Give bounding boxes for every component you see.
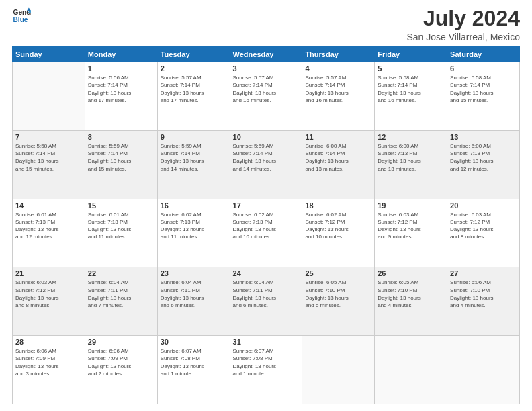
calendar-week-row: 28Sunrise: 6:06 AM Sunset: 7:09 PM Dayli…	[13, 336, 520, 404]
table-row	[447, 336, 520, 404]
cell-info: Sunrise: 5:59 AM Sunset: 7:14 PM Dayligh…	[233, 142, 300, 173]
cell-info: Sunrise: 5:58 AM Sunset: 7:14 PM Dayligh…	[378, 74, 444, 104]
table-row: 22Sunrise: 6:04 AM Sunset: 7:11 PM Dayli…	[85, 267, 157, 336]
table-row: 16Sunrise: 6:02 AM Sunset: 7:13 PM Dayli…	[157, 199, 230, 267]
table-row: 2Sunrise: 5:57 AM Sunset: 7:14 PM Daylig…	[157, 62, 230, 131]
table-row: 14Sunrise: 6:01 AM Sunset: 7:13 PM Dayli…	[13, 199, 85, 267]
cell-info: Sunrise: 6:05 AM Sunset: 7:10 PM Dayligh…	[305, 279, 371, 309]
table-row	[13, 62, 85, 131]
table-row: 21Sunrise: 6:03 AM Sunset: 7:12 PM Dayli…	[13, 267, 85, 336]
table-row: 20Sunrise: 6:03 AM Sunset: 7:12 PM Dayli…	[447, 199, 520, 267]
table-row: 13Sunrise: 6:00 AM Sunset: 7:13 PM Dayli…	[447, 130, 520, 199]
day-number: 7	[15, 133, 82, 141]
table-row: 11Sunrise: 6:00 AM Sunset: 7:14 PM Dayli…	[302, 130, 375, 199]
table-row: 24Sunrise: 6:04 AM Sunset: 7:11 PM Dayli…	[230, 267, 302, 336]
calendar-header-row: Sunday Monday Tuesday Wednesday Thursday…	[13, 47, 520, 62]
table-row: 8Sunrise: 5:59 AM Sunset: 7:14 PM Daylig…	[85, 130, 157, 199]
page: General Blue July 2024 San Jose Villarre…	[0, 0, 532, 411]
cell-info: Sunrise: 5:59 AM Sunset: 7:14 PM Dayligh…	[161, 142, 227, 173]
cell-info: Sunrise: 5:56 AM Sunset: 7:14 PM Dayligh…	[88, 74, 154, 104]
cell-info: Sunrise: 6:04 AM Sunset: 7:11 PM Dayligh…	[161, 279, 227, 309]
cell-info: Sunrise: 6:06 AM Sunset: 7:09 PM Dayligh…	[88, 347, 154, 377]
table-row: 28Sunrise: 6:06 AM Sunset: 7:09 PM Dayli…	[13, 336, 85, 404]
day-number: 11	[305, 133, 371, 141]
day-number: 17	[233, 201, 300, 210]
table-row: 17Sunrise: 6:02 AM Sunset: 7:13 PM Dayli…	[230, 199, 302, 267]
table-row: 26Sunrise: 6:05 AM Sunset: 7:10 PM Dayli…	[375, 267, 447, 336]
cell-info: Sunrise: 6:04 AM Sunset: 7:11 PM Dayligh…	[233, 279, 300, 309]
table-row	[302, 336, 375, 404]
cell-info: Sunrise: 6:04 AM Sunset: 7:11 PM Dayligh…	[88, 279, 154, 309]
calendar-week-row: 14Sunrise: 6:01 AM Sunset: 7:13 PM Dayli…	[13, 199, 520, 267]
cell-info: Sunrise: 6:05 AM Sunset: 7:10 PM Dayligh…	[378, 279, 444, 309]
table-row: 4Sunrise: 5:57 AM Sunset: 7:14 PM Daylig…	[302, 62, 375, 131]
day-number: 23	[161, 269, 227, 277]
table-row: 29Sunrise: 6:06 AM Sunset: 7:09 PM Dayli…	[85, 336, 157, 404]
day-number: 4	[305, 64, 371, 73]
table-row	[375, 336, 447, 404]
calendar-table: Sunday Monday Tuesday Wednesday Thursday…	[12, 46, 520, 404]
table-row: 3Sunrise: 5:57 AM Sunset: 7:14 PM Daylig…	[230, 62, 302, 131]
day-number: 10	[233, 133, 300, 141]
cell-info: Sunrise: 5:58 AM Sunset: 7:14 PM Dayligh…	[15, 142, 82, 173]
day-number: 12	[378, 133, 444, 141]
table-row: 12Sunrise: 6:00 AM Sunset: 7:13 PM Dayli…	[375, 130, 447, 199]
cell-info: Sunrise: 5:57 AM Sunset: 7:14 PM Dayligh…	[161, 74, 227, 104]
table-row: 30Sunrise: 6:07 AM Sunset: 7:08 PM Dayli…	[157, 336, 230, 404]
table-row: 18Sunrise: 6:02 AM Sunset: 7:12 PM Dayli…	[302, 199, 375, 267]
day-number: 16	[161, 201, 227, 210]
cell-info: Sunrise: 6:01 AM Sunset: 7:13 PM Dayligh…	[15, 211, 82, 241]
day-number: 29	[88, 338, 154, 346]
table-row: 9Sunrise: 5:59 AM Sunset: 7:14 PM Daylig…	[157, 130, 230, 199]
table-row: 5Sunrise: 5:58 AM Sunset: 7:14 PM Daylig…	[375, 62, 447, 131]
table-row: 10Sunrise: 5:59 AM Sunset: 7:14 PM Dayli…	[230, 130, 302, 199]
cell-info: Sunrise: 6:02 AM Sunset: 7:13 PM Dayligh…	[233, 211, 300, 241]
day-number: 5	[378, 64, 444, 73]
svg-text:Blue: Blue	[13, 16, 28, 24]
cell-info: Sunrise: 6:00 AM Sunset: 7:14 PM Dayligh…	[305, 142, 371, 173]
day-number: 27	[450, 269, 517, 277]
col-tuesday: Tuesday	[157, 47, 230, 62]
cell-info: Sunrise: 5:57 AM Sunset: 7:14 PM Dayligh…	[305, 74, 371, 104]
cell-info: Sunrise: 5:57 AM Sunset: 7:14 PM Dayligh…	[233, 74, 300, 104]
day-number: 25	[305, 269, 371, 277]
cell-info: Sunrise: 6:06 AM Sunset: 7:09 PM Dayligh…	[15, 347, 82, 377]
day-number: 26	[378, 269, 444, 277]
day-number: 8	[88, 133, 154, 141]
day-number: 20	[450, 201, 517, 210]
logo-icon: General Blue	[12, 7, 31, 26]
header: General Blue July 2024 San Jose Villarre…	[12, 7, 520, 42]
table-row: 19Sunrise: 6:03 AM Sunset: 7:12 PM Dayli…	[375, 199, 447, 267]
title-block: July 2024 San Jose Villarreal, Mexico	[406, 7, 520, 42]
day-number: 24	[233, 269, 300, 277]
day-number: 14	[15, 201, 82, 210]
cell-info: Sunrise: 6:06 AM Sunset: 7:10 PM Dayligh…	[450, 279, 517, 309]
day-number: 22	[88, 269, 154, 277]
main-title: July 2024	[406, 7, 520, 30]
cell-info: Sunrise: 6:03 AM Sunset: 7:12 PM Dayligh…	[378, 211, 444, 241]
col-sunday: Sunday	[13, 47, 85, 62]
cell-info: Sunrise: 6:02 AM Sunset: 7:12 PM Dayligh…	[305, 211, 371, 241]
subtitle: San Jose Villarreal, Mexico	[406, 32, 520, 42]
logo: General Blue	[12, 7, 31, 26]
col-thursday: Thursday	[302, 47, 375, 62]
cell-info: Sunrise: 6:00 AM Sunset: 7:13 PM Dayligh…	[450, 142, 517, 173]
col-saturday: Saturday	[447, 47, 520, 62]
table-row: 6Sunrise: 5:58 AM Sunset: 7:14 PM Daylig…	[447, 62, 520, 131]
cell-info: Sunrise: 6:07 AM Sunset: 7:08 PM Dayligh…	[233, 347, 300, 377]
table-row: 25Sunrise: 6:05 AM Sunset: 7:10 PM Dayli…	[302, 267, 375, 336]
cell-info: Sunrise: 6:03 AM Sunset: 7:12 PM Dayligh…	[450, 211, 517, 241]
table-row: 23Sunrise: 6:04 AM Sunset: 7:11 PM Dayli…	[157, 267, 230, 336]
day-number: 2	[161, 64, 227, 73]
table-row: 15Sunrise: 6:01 AM Sunset: 7:13 PM Dayli…	[85, 199, 157, 267]
table-row: 1Sunrise: 5:56 AM Sunset: 7:14 PM Daylig…	[85, 62, 157, 131]
day-number: 9	[161, 133, 227, 141]
calendar-week-row: 21Sunrise: 6:03 AM Sunset: 7:12 PM Dayli…	[13, 267, 520, 336]
table-row: 7Sunrise: 5:58 AM Sunset: 7:14 PM Daylig…	[13, 130, 85, 199]
cell-info: Sunrise: 6:02 AM Sunset: 7:13 PM Dayligh…	[161, 211, 227, 241]
day-number: 28	[15, 338, 82, 346]
cell-info: Sunrise: 6:07 AM Sunset: 7:08 PM Dayligh…	[161, 347, 227, 377]
day-number: 31	[233, 338, 300, 346]
day-number: 13	[450, 133, 517, 141]
cell-info: Sunrise: 6:03 AM Sunset: 7:12 PM Dayligh…	[15, 279, 82, 309]
